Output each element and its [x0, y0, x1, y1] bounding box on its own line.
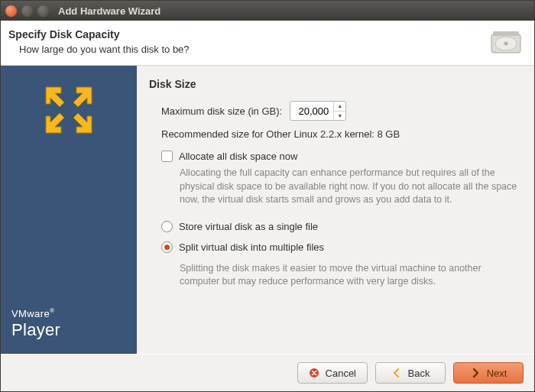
max-disk-size-spinner[interactable]: ▲ ▼ — [290, 101, 346, 121]
vmware-logo-icon — [38, 79, 99, 141]
allocate-now-description: Allocating the full capacity can enhance… — [149, 167, 519, 207]
spinner-up-icon[interactable]: ▲ — [334, 102, 345, 112]
close-icon[interactable] — [5, 5, 17, 17]
wizard-window: Add Hardware Wizard Specify Disk Capacit… — [0, 0, 535, 392]
cancel-icon — [309, 368, 319, 378]
page-subtitle: How large do you want this disk to be? — [8, 44, 190, 55]
allocate-now-checkbox[interactable] — [161, 151, 173, 162]
button-bar: Cancel Back Next — [1, 354, 534, 391]
cancel-button[interactable]: Cancel — [297, 362, 368, 384]
brand-registered: ® — [50, 307, 54, 314]
radio-split-files[interactable] — [161, 241, 173, 253]
titlebar[interactable]: Add Hardware Wizard — [1, 1, 534, 21]
radio-split-files-label: Split virtual disk into multiple files — [179, 241, 324, 253]
product-name: VMware® Player — [11, 306, 126, 340]
radio-single-file-label: Store virtual disk as a single file — [179, 221, 318, 232]
brand-big: Player — [11, 320, 126, 340]
page-title: Specify Disk Capacity — [8, 28, 190, 40]
next-button[interactable]: Next — [453, 362, 524, 384]
back-button-label: Back — [408, 368, 430, 379]
next-button-label: Next — [487, 368, 507, 379]
chevron-left-icon — [391, 368, 402, 378]
radio-single-file[interactable] — [161, 221, 173, 232]
max-disk-size-input[interactable] — [290, 102, 333, 120]
section-title: Disk Size — [149, 78, 519, 90]
chevron-right-icon — [470, 368, 481, 378]
maximize-icon[interactable] — [37, 5, 49, 17]
back-button[interactable]: Back — [375, 362, 446, 384]
content-area: Disk Size Maximum disk size (in GB): ▲ ▼… — [137, 66, 534, 354]
hard-disk-icon — [490, 28, 522, 56]
spinner-down-icon[interactable]: ▼ — [334, 112, 345, 121]
max-disk-size-label: Maximum disk size (in GB): — [161, 105, 282, 117]
window-title: Add Hardware Wizard — [58, 5, 160, 17]
svg-point-2 — [504, 42, 508, 46]
split-files-description: Splitting the disk makes it easier to mo… — [149, 262, 519, 289]
header-panel: Specify Disk Capacity How large do you w… — [1, 21, 534, 66]
sidebar: VMware® Player — [1, 66, 137, 354]
allocate-now-label: Allocate all disk space now — [179, 151, 297, 162]
svg-rect-3 — [493, 31, 519, 36]
cancel-button-label: Cancel — [326, 368, 356, 379]
brand-small: VMware — [11, 308, 50, 319]
minimize-icon[interactable] — [21, 5, 33, 17]
recommended-size-label: Recommended size for Other Linux 2.2.x k… — [149, 128, 519, 140]
